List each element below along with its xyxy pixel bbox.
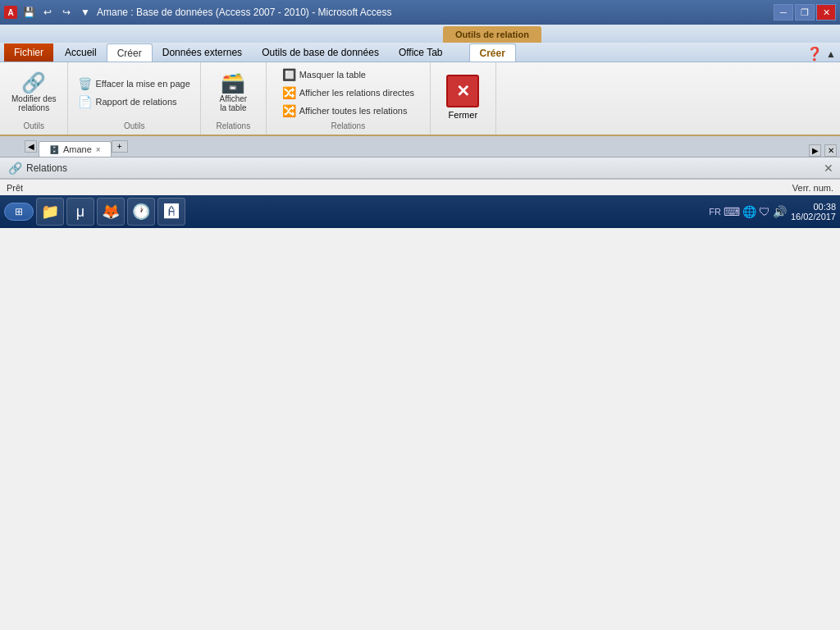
volume-icon: 🔊 — [773, 205, 787, 218]
masquer-icon: 🔲 — [282, 68, 296, 81]
taskbar-explorer[interactable]: 📁 — [36, 198, 64, 226]
group-relations-label: Relations — [216, 119, 250, 130]
group-outils2-label: Outils — [124, 119, 145, 130]
group-relations2-label: Relations — [331, 119, 365, 130]
fermer-label: Fermer — [449, 110, 477, 120]
afficher-table-label: Afficher la table — [219, 94, 247, 112]
help-button[interactable]: ❓ — [806, 46, 823, 62]
ribbon-group-fermer: ✕ Fermer — [431, 62, 496, 135]
taskbar-utorrent[interactable]: μ — [66, 198, 94, 226]
app-icon: A — [4, 6, 17, 19]
relations-title: Relations — [26, 162, 67, 174]
afficher-table-button[interactable]: 🗃️ Afficher la table — [214, 70, 252, 116]
restore-button[interactable]: ❐ — [795, 4, 815, 21]
tab-accueil[interactable]: Accueil — [55, 43, 107, 62]
antivirus-icon: 🛡 — [759, 205, 770, 218]
afficher-table-icon: 🗃️ — [221, 73, 245, 93]
tab-creer[interactable]: Créer — [107, 43, 153, 62]
title-bar: A 💾 ↩ ↪ ▼ Amane : Base de données (Acces… — [0, 0, 840, 25]
rapport-icon: 📄 — [78, 95, 92, 108]
lang-indicator: FR — [709, 207, 721, 217]
taskbar-right: FR ⌨ 🌐 🛡 🔊 00:38 16/02/2017 — [709, 202, 836, 221]
status-numlock: Verr. num. — [792, 183, 833, 193]
relations-header-icon: 🔗 — [8, 162, 22, 175]
fermer-button[interactable]: ✕ Fermer — [442, 71, 483, 124]
tab-scroll-right[interactable]: ▶ — [809, 144, 821, 157]
masquer-label: Masquer la table — [299, 70, 366, 80]
tab-fichier[interactable]: Fichier — [4, 43, 53, 62]
doc-tab-icon: 🗄️ — [49, 145, 59, 154]
ribbon-group-outils: 🗑️ Effacer la mise en page 📄 Rapport de … — [68, 62, 200, 135]
taskbar-time-value: 00:38 — [791, 202, 836, 212]
fermer-icon: ✕ — [446, 75, 479, 107]
taskbar-clock[interactable]: 🕐 — [127, 198, 155, 226]
outils-relation-tab[interactable]: Outils de relation — [443, 26, 541, 43]
tab-outils-base[interactable]: Outils de base de données — [252, 43, 389, 62]
tab-creer2[interactable]: Créer — [469, 43, 516, 62]
rapport-label: Rapport de relations — [95, 97, 176, 107]
tab-scroll-left[interactable]: ◀ — [25, 140, 37, 153]
afficher-directes-label: Afficher les relations directes — [299, 88, 414, 98]
effacer-button[interactable]: 🗑️ Effacer la mise en page — [75, 75, 193, 92]
status-bar: Prêt Verr. num. — [0, 179, 840, 195]
ribbon: 🔗 Modifier des relations Outils 🗑️ Effac… — [0, 62, 840, 136]
contextual-tab-bar: Outils de relation — [0, 25, 840, 43]
window-controls: ─ ❐ ✕ — [774, 4, 836, 21]
tab-donnees-externes[interactable]: Données externes — [153, 43, 252, 62]
taskbar-access[interactable]: 🅰 — [158, 198, 185, 226]
ribbon-group-relations: 🔲 Masquer la table 🔀 Afficher les relati… — [267, 62, 431, 135]
effacer-icon: 🗑️ — [78, 77, 92, 90]
modifier-label: Modifier des relations — [11, 94, 56, 112]
taskbar: ⊞ 📁 μ 🦊 🕐 🅰 FR ⌨ 🌐 🛡 🔊 00:38 16/02/2017 — [0, 195, 840, 228]
save-qa-button[interactable]: 💾 — [21, 5, 36, 20]
doc-tab-label: Amane — [63, 144, 92, 154]
masquer-button[interactable]: 🔲 Masquer la table — [279, 66, 418, 83]
afficher-toutes-button[interactable]: 🔀 Afficher toutes les relations — [279, 103, 418, 119]
modifier-relations-button[interactable]: 🔗 Modifier des relations — [7, 70, 61, 116]
afficher-toutes-icon: 🔀 — [282, 104, 296, 117]
group-outils-label: Outils — [23, 119, 44, 130]
rapport-button[interactable]: 📄 Rapport de relations — [75, 94, 193, 110]
ribbon-collapse-button[interactable]: ▲ — [826, 48, 836, 60]
window-title: Amane : Base de données (Access 2007 - 2… — [97, 7, 392, 18]
status-text: Prêt — [7, 183, 23, 193]
start-button[interactable]: ⊞ — [4, 203, 34, 221]
doc-close-button[interactable]: ✕ — [824, 144, 837, 157]
doc-tab-amane[interactable]: 🗄️ Amane × — [39, 141, 112, 157]
taskbar-firefox[interactable]: 🦊 — [97, 198, 125, 226]
afficher-directes-button[interactable]: 🔀 Afficher les relations directes — [279, 84, 418, 101]
tab-office[interactable]: Office Tab — [389, 43, 453, 62]
ribbon-group-modifier: 🔗 Modifier des relations Outils — [0, 62, 68, 135]
afficher-toutes-label: Afficher toutes les relations — [299, 106, 408, 116]
start-icon: ⊞ — [15, 206, 23, 217]
ribbon-tab-bar: Fichier Accueil Créer Données externes O… — [0, 43, 840, 62]
close-button[interactable]: ✕ — [816, 4, 836, 21]
doc-tab-close[interactable]: × — [96, 145, 101, 154]
modifier-icon: 🔗 — [21, 73, 46, 93]
minimize-button[interactable]: ─ — [774, 4, 793, 21]
relations-close-button[interactable]: ✕ — [821, 161, 836, 176]
doc-tab-bar: ◀ 🗄️ Amane × + ▶ ✕ — [0, 136, 840, 158]
ribbon-group-afficher: 🗃️ Afficher la table Relations — [201, 62, 267, 135]
new-tab-button[interactable]: + — [112, 140, 128, 153]
relations-panel: 🔗 Relations ✕ Volet de navigation Adhera… — [0, 158, 840, 179]
redo-qa-button[interactable]: ↪ — [59, 5, 74, 20]
undo-qa-button[interactable]: ↩ — [40, 5, 55, 20]
taskbar-datetime: 00:38 16/02/2017 — [791, 202, 836, 221]
network-icon: 🌐 — [742, 205, 756, 218]
afficher-directes-icon: 🔀 — [282, 86, 296, 99]
keyboard-icon: ⌨ — [724, 205, 740, 218]
effacer-label: Effacer la mise en page — [95, 79, 189, 89]
taskbar-date-value: 16/02/2017 — [791, 212, 836, 221]
relations-header: 🔗 Relations ✕ — [0, 158, 840, 179]
qa-dropdown-button[interactable]: ▼ — [78, 5, 93, 20]
taskbar-sys-icons: FR ⌨ 🌐 🛡 🔊 — [709, 205, 787, 218]
